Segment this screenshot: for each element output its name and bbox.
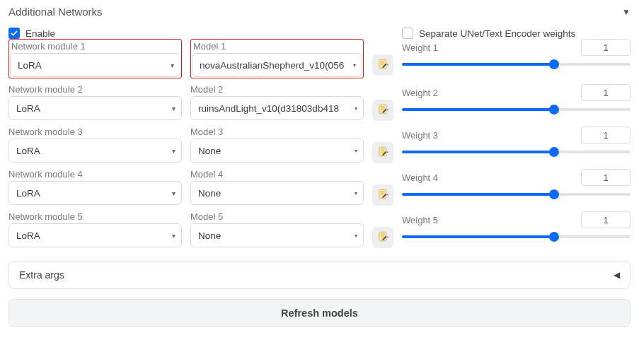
chevron-down-icon: ▾ (172, 232, 175, 240)
slider-thumb[interactable] (549, 232, 559, 242)
model-label: Model 4 (190, 169, 364, 180)
edit-model-button[interactable] (372, 227, 393, 248)
weight-slider[interactable] (402, 146, 631, 158)
enable-checkbox[interactable] (8, 28, 20, 39)
model-value: None (198, 230, 221, 241)
chevron-down-icon: ▾ (172, 105, 175, 112)
weight-label: Weight 3 (402, 130, 438, 141)
slider-thumb[interactable] (549, 147, 559, 157)
edit-model-button[interactable] (372, 54, 393, 76)
chevron-down-icon: ▾ (172, 147, 175, 155)
model-select[interactable]: None ▾ (190, 223, 364, 247)
weight-slider[interactable] (402, 189, 631, 200)
edit-icon (377, 146, 389, 160)
slider-thumb[interactable] (549, 189, 559, 199)
separate-weights-label: Separate UNet/Text Encoder weights (419, 28, 575, 39)
chevron-down-icon: ▾ (353, 62, 356, 69)
panel-title: Additional Networks (8, 6, 103, 18)
chevron-down-icon: ▾ (171, 61, 174, 69)
chevron-down-icon: ▾ (172, 189, 175, 197)
model-label: Model 1 (192, 41, 362, 52)
refresh-models-label: Refresh models (281, 307, 358, 319)
model-select[interactable]: ruinsAndLight_v10(d31803db418 ▾ (190, 96, 364, 120)
weight-value-input[interactable] (581, 39, 631, 56)
edit-model-button[interactable] (372, 142, 393, 163)
edit-icon (377, 103, 389, 118)
network-module-value: LoRA (16, 188, 40, 199)
separate-weights-checkbox[interactable] (402, 28, 413, 39)
model-label: Model 3 (190, 127, 364, 137)
edit-icon (377, 230, 389, 245)
network-module-select[interactable]: LoRA ▾ (8, 96, 182, 120)
weight-value-input[interactable] (581, 211, 631, 228)
weight-value-input[interactable] (581, 169, 631, 186)
model-select[interactable]: novaAustralianShepherd_v10(056 ▾ (192, 53, 362, 77)
network-module-label: Network module 2 (8, 84, 182, 95)
model-label: Model 5 (190, 211, 364, 222)
slider-thumb[interactable] (549, 59, 559, 69)
chevron-down-icon: ▾ (355, 233, 357, 239)
weight-slider[interactable] (402, 104, 631, 115)
model-value: None (198, 188, 221, 199)
weight-label: Weight 1 (402, 42, 438, 53)
network-module-select[interactable]: LoRA ▾ (8, 223, 182, 247)
network-module-label: Network module 1 (10, 41, 180, 52)
chevron-down-icon: ▾ (355, 190, 357, 196)
edit-model-button[interactable] (372, 100, 393, 121)
weight-slider[interactable] (402, 59, 631, 70)
extra-args-label: Extra args (19, 269, 64, 281)
network-module-select[interactable]: LoRA ▾ (8, 181, 182, 205)
extra-args-toggle[interactable]: Extra args ◀ (8, 261, 631, 289)
network-module-label: Network module 5 (8, 211, 182, 222)
model-value: novaAustralianShepherd_v10(056 (200, 60, 344, 71)
chevron-left-icon: ◀ (614, 270, 620, 280)
model-select[interactable]: None ▾ (190, 181, 364, 205)
chevron-down-icon: ▾ (355, 105, 357, 112)
network-module-label: Network module 3 (8, 127, 182, 137)
enable-label: Enable (25, 28, 55, 39)
model-value: ruinsAndLight_v10(d31803db418 (198, 103, 339, 114)
edit-icon (377, 188, 389, 203)
network-module-value: LoRA (16, 230, 40, 241)
collapse-icon[interactable]: ▼ (622, 7, 631, 17)
network-module-value: LoRA (18, 60, 42, 71)
weight-value-input[interactable] (581, 84, 631, 101)
slider-thumb[interactable] (549, 105, 559, 115)
weight-label: Weight 5 (402, 215, 438, 225)
weight-label: Weight 2 (402, 88, 438, 98)
network-module-value: LoRA (16, 103, 40, 114)
refresh-models-button[interactable]: Refresh models (8, 299, 631, 327)
model-value: None (198, 146, 221, 156)
weight-value-input[interactable] (581, 127, 631, 143)
network-module-value: LoRA (16, 146, 40, 156)
weight-label: Weight 4 (402, 172, 438, 183)
chevron-down-icon: ▾ (355, 148, 357, 154)
network-module-label: Network module 4 (8, 169, 182, 180)
weight-slider[interactable] (402, 231, 631, 242)
edit-icon (377, 58, 389, 73)
network-module-select[interactable]: LoRA ▾ (8, 139, 182, 163)
model-select[interactable]: None ▾ (190, 139, 364, 163)
network-module-select[interactable]: LoRA ▾ (10, 53, 180, 77)
model-label: Model 2 (190, 84, 364, 95)
edit-model-button[interactable] (372, 184, 393, 206)
